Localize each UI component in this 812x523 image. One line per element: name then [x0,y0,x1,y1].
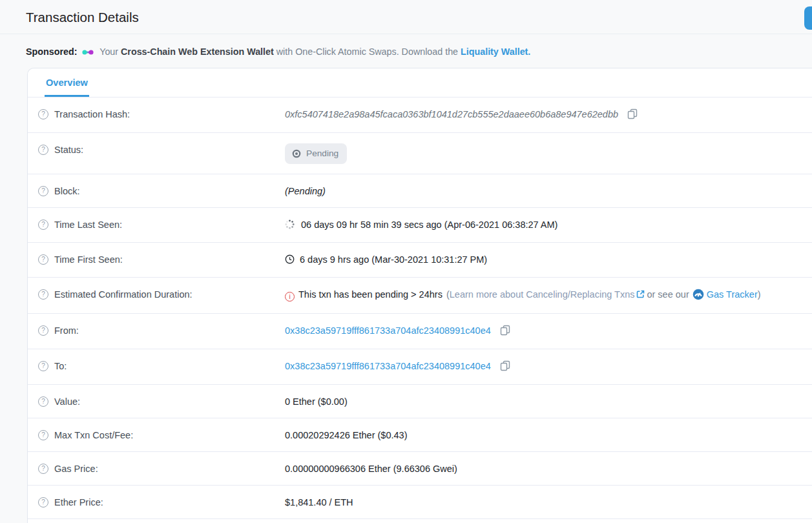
sponsored-bar: Sponsored: Your Cross-Chain Web Extensio… [0,34,812,68]
row-status: ? Status: Pending [28,133,812,174]
sponsored-text-middle: with One-Click Atomic Swaps. Download th… [276,46,458,57]
gas-gauge-icon [692,292,704,302]
dot-circle-icon [292,149,301,158]
sponsored-highlight: Cross-Chain Web Extension Wallet [121,46,274,57]
row-label-text: Value: [54,395,80,408]
help-icon[interactable]: ? [38,430,48,440]
row-ether-price: ? Ether Price: $1,841.40 / ETH [28,486,812,519]
clock-icon [285,254,295,267]
transaction-hash-value: 0xfc5407418e2a98a45fcaca0363bf1041d27cb5… [285,109,618,119]
row-transaction-hash: ? Transaction Hash: 0xfc5407418e2a98a45f… [28,97,812,133]
gas-tracker-link[interactable]: Gas Tracker [707,289,758,300]
page-title: Transaction Details [26,10,139,25]
row-label-text: Estimated Confirmation Duration: [54,288,193,301]
cutoff-blue-button[interactable] [804,6,812,30]
row-max-txn-fee: ? Max Txn Cost/Fee: 0.00020292426 Ether … [28,418,812,452]
liquality-logo-icon [82,47,94,57]
row-label-text: Max Txn Cost/Fee: [54,429,133,442]
row-label-text: Gas Price: [54,462,98,475]
help-icon[interactable]: ? [38,109,48,119]
value-amount: 0 Ether ($0.00) [285,396,348,407]
help-icon[interactable]: ? [38,325,48,336]
help-icon[interactable]: ? [38,254,48,265]
row-time-first-seen: ? Time First Seen: 6 days 9 hrs ago (Mar… [28,243,812,278]
help-icon[interactable]: ? [38,361,48,371]
learn-more-link[interactable]: Learn more about Canceling/Replacing Txn… [450,289,635,300]
page-header: Transaction Details [0,0,812,34]
copy-icon[interactable] [500,360,510,374]
help-icon[interactable]: ? [38,220,48,230]
help-icon[interactable]: ? [38,186,48,196]
help-icon[interactable]: ? [38,464,48,474]
row-estimated-confirmation-duration: ? Estimated Confirmation Duration: iThis… [28,278,812,314]
copy-icon[interactable] [500,325,510,339]
help-icon[interactable]: ? [38,497,48,508]
row-value: ? Value: 0 Ether ($0.00) [28,385,812,418]
row-block: ? Block: (Pending) [28,174,812,208]
help-icon[interactable]: ? [38,289,48,300]
help-icon[interactable]: ? [38,145,48,155]
row-label-text: Status: [54,143,83,156]
time-last-seen-value: 06 days 09 hr 58 min 39 secs ago (Apr-06… [301,220,557,230]
ether-price-value: $1,841.40 / ETH [285,497,353,508]
row-label-text: Block: [54,185,80,198]
paren-close: ) [758,289,761,300]
pending-warning-text: This txn has been pending > 24hrs [298,289,442,300]
row-label-text: Time Last Seen: [54,218,122,231]
to-address-link[interactable]: 0x38c23a59719fff861733a704afc23408991c40… [285,361,491,371]
see-more-row: Click to see More [28,519,812,523]
from-address-link[interactable]: 0x38c23a59719fff861733a704afc23408991c40… [285,325,491,336]
row-label-text: Ether Price: [54,496,103,509]
sponsored-text-prefix: Your [99,46,118,57]
row-label-text: To: [54,360,67,373]
external-link-icon[interactable] [636,290,645,300]
copy-icon[interactable] [627,108,638,123]
tab-header: Overview [28,68,812,97]
block-value: (Pending) [285,186,326,196]
gas-price-value: 0.00000000966306 Ether (9.66306 Gwei) [285,464,457,474]
row-label-text: From: [54,324,79,337]
transaction-card: Overview ? Transaction Hash: 0xfc5407418… [27,68,812,523]
status-badge-text: Pending [306,147,338,160]
sponsored-label: Sponsored: [26,46,77,57]
time-first-seen-value: 6 days 9 hrs ago (Mar-30-2021 10:31:27 P… [300,254,487,265]
tab-overview[interactable]: Overview [45,68,89,97]
status-badge: Pending [285,143,347,164]
or-see-our-text: or see our [647,289,689,300]
max-txn-fee-value: 0.00020292426 Ether ($0.43) [285,430,407,440]
row-label-text: Transaction Hash: [54,108,130,121]
liquality-wallet-link[interactable]: Liquality Wallet. [461,46,530,57]
spinner-icon [285,220,295,232]
row-gas-price: ? Gas Price: 0.00000000966306 Ether (9.6… [28,452,812,486]
help-icon[interactable]: ? [38,396,48,407]
row-time-last-seen: ? Time Last Seen: 06 days 09 hr 58 min 3… [28,208,812,243]
row-to: ? To: 0x38c23a59719fff861733a704afc23408… [28,349,812,385]
alert-info-icon: i [285,292,295,302]
row-from: ? From: 0x38c23a59719fff861733a704afc234… [28,314,812,349]
row-label-text: Time First Seen: [54,253,123,266]
